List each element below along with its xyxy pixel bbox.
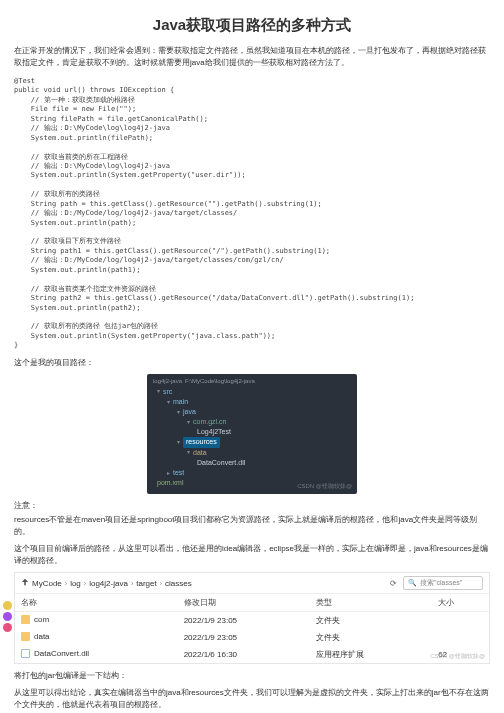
watermark: CSDN @怪咖软妹@ — [430, 652, 485, 661]
chevron-down-icon: ▾ — [167, 398, 170, 407]
tree-folder-data[interactable]: data — [193, 448, 207, 458]
ide-module-path: F:\MyCode\log\log4j2-java — [185, 378, 255, 384]
caption-project-path: 这个是我的项目路径： — [14, 357, 490, 368]
tree-folder-main[interactable]: main — [173, 397, 188, 407]
chevron-down-icon: ▾ — [187, 448, 190, 457]
notice-text-2: 这个项目目前编译后的路径，从这里可以看出，他还是用的idea编辑器，eclips… — [14, 543, 490, 567]
table-row[interactable]: com 2022/1/9 23:05文件夹 — [15, 612, 489, 630]
refresh-icon[interactable]: ⟳ — [390, 579, 397, 588]
file-explorer: MyCode› log› log4j2-java› target› classe… — [14, 572, 490, 664]
code-block: @Test public void url() throws IOExcepti… — [14, 77, 490, 351]
ide-module-name: log4j2-java — [153, 378, 182, 384]
tree-file-dll[interactable]: DataConvert.dll — [197, 458, 245, 468]
crumb[interactable]: classes — [165, 579, 192, 588]
chevron-down-icon: ▾ — [177, 438, 180, 447]
tree-file-pom[interactable]: pom.xml — [157, 478, 183, 488]
bookmark-icon — [3, 612, 12, 621]
tree-package[interactable]: com.gzl.cn — [193, 417, 226, 427]
page-title: Java获取项目路径的多种方式 — [14, 16, 490, 35]
col-date[interactable]: 修改日期 — [178, 594, 311, 612]
notice-text-1: resources不管是在maven项目还是springboot项目我们都称它为… — [14, 514, 490, 538]
chevron-down-icon: ▾ — [177, 408, 180, 417]
folder-icon — [21, 632, 30, 641]
intro-text: 在正常开发的情况下，我们经常会遇到：需要获取指定文件路径，虽然我知道项目在本机的… — [14, 45, 490, 69]
table-row[interactable]: data 2022/1/9 23:05文件夹 — [15, 629, 489, 646]
crumb[interactable]: log — [70, 579, 81, 588]
tree-folder-test[interactable]: test — [173, 468, 184, 478]
ide-screenshot: log4j2-java F:\MyCode\log\log4j2-java ▾s… — [147, 374, 357, 494]
search-placeholder: 搜索"classes" — [420, 578, 462, 588]
crumb[interactable]: target — [136, 579, 156, 588]
up-arrow-icon[interactable] — [21, 578, 29, 588]
caption-jar: 将打包的jar包编译是一下结构： — [14, 670, 490, 682]
tree-folder-java[interactable]: java — [183, 407, 196, 417]
col-size[interactable]: 大小 — [432, 594, 489, 612]
bookmark-icon — [3, 601, 12, 610]
search-icon: 🔍 — [408, 579, 417, 587]
table-row[interactable]: DataConvert.dll 2022/1/6 16:30应用程序扩展62 — [15, 646, 489, 663]
bookmark-icon — [3, 623, 12, 632]
tree-folder-resources[interactable]: resources — [183, 437, 220, 447]
search-input[interactable]: 🔍 搜索"classes" — [403, 576, 483, 590]
tree-folder-src[interactable]: src — [163, 387, 172, 397]
col-type[interactable]: 类型 — [310, 594, 432, 612]
breadcrumb[interactable]: MyCode› log› log4j2-java› target› classe… — [21, 578, 192, 588]
crumb[interactable]: log4j2-java — [89, 579, 128, 588]
gutter-icons — [3, 601, 12, 632]
crumb[interactable]: MyCode — [32, 579, 62, 588]
chevron-down-icon: ▾ — [187, 418, 190, 427]
notice-label: 注意： — [14, 500, 490, 511]
col-name[interactable]: 名称 — [15, 594, 178, 612]
folder-icon — [21, 615, 30, 624]
dll-file-icon — [21, 649, 30, 658]
watermark: CSDN @怪咖软妹@ — [297, 482, 352, 491]
chevron-down-icon: ▾ — [157, 387, 160, 396]
caption-conclusion: 从这里可以得出结论，真实在编辑器当中的java和resources文件夹，我们可… — [14, 687, 490, 711]
tree-class-file[interactable]: Log4j2Test — [197, 427, 231, 437]
chevron-right-icon: ▸ — [167, 469, 170, 478]
